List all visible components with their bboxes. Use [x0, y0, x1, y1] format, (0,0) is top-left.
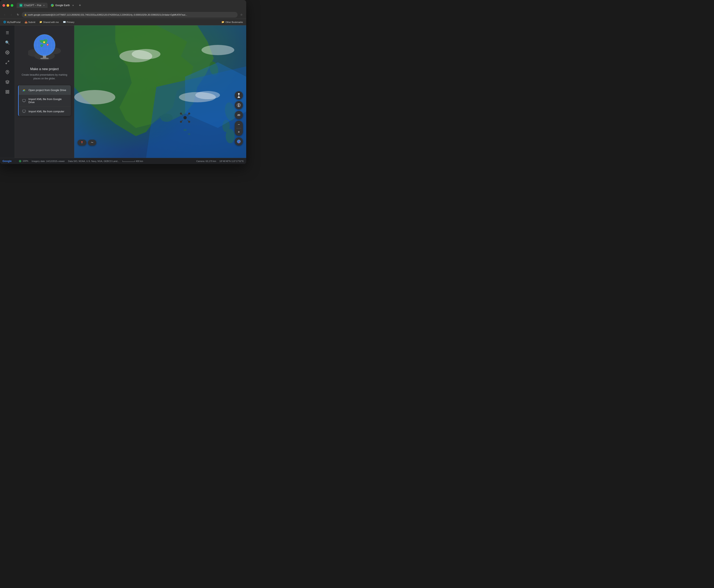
reload-button[interactable]: ↻ [15, 12, 21, 17]
svg-point-37 [160, 113, 173, 122]
svg-marker-58 [239, 104, 239, 105]
earth-favicon [51, 4, 54, 7]
other-label: Other Bookmarks [225, 21, 243, 23]
open-drive-label: Open project from Google Drive [28, 88, 66, 92]
project-title: Make a new project [30, 67, 59, 71]
drive-icon [22, 88, 26, 92]
sidebar: ☰ 🔍 [0, 25, 15, 158]
sidebar-voyager-icon[interactable] [3, 88, 12, 96]
tab-chatgpt[interactable]: ✦ ChatGPT – Poe ✕ [17, 3, 47, 8]
map-area[interactable]: 📍 〜 2D [74, 25, 246, 158]
address-box[interactable]: 🔒 earth.google.com/web/@19.14776657,113.… [22, 12, 238, 18]
svg-point-41 [132, 49, 160, 59]
svg-line-2 [6, 63, 7, 64]
location-button[interactable]: 📍 [78, 140, 86, 146]
svg-point-62 [239, 142, 240, 143]
svg-line-49 [181, 120, 183, 122]
svg-point-43 [195, 91, 220, 99]
svg-point-53 [180, 121, 182, 123]
chatgpt-favicon: ✦ [20, 4, 22, 7]
measure-button[interactable]: 〜 [88, 140, 96, 146]
sidebar-menu-icon[interactable]: ☰ [3, 29, 12, 37]
svg-marker-4 [5, 80, 9, 82]
scale-label: 400 km [136, 160, 143, 162]
chatgpt-tab-label: ChatGPT – Poe [24, 4, 41, 7]
import-kml-drive-item[interactable]: Import KML file from Google Drive [19, 95, 71, 107]
compass-button[interactable] [235, 101, 243, 109]
project-menu: Open project from Google Drive Import KM… [18, 85, 71, 116]
bookmark-button[interactable]: ☆ [239, 12, 244, 17]
shared-favicon: 📁 [39, 21, 42, 23]
other-favicon: 📂 [222, 21, 224, 23]
address-bar-row: ‹ › ↻ 🔒 earth.google.com/web/@19.1477665… [0, 10, 246, 19]
map-background [74, 25, 246, 158]
sidebar-places-icon[interactable] [3, 68, 12, 76]
project-subtitle: Create beautiful presentations by markin… [18, 73, 71, 80]
status-right: Camera: 63,170 km 18°46'48"N 113°17'02"E [196, 160, 244, 162]
bookmark-shared[interactable]: 📁 Shared with me [38, 20, 60, 24]
forward-button[interactable]: › [8, 12, 14, 17]
traffic-lights [2, 4, 13, 7]
location-icon: 📍 [80, 141, 83, 144]
svg-point-0 [7, 52, 8, 53]
new-tab-button[interactable]: + [77, 2, 83, 8]
title-bar: ✦ ChatGPT – Poe ✕ Google Earth ✕ + [0, 0, 246, 10]
open-drive-item[interactable]: Open project from Google Drive [19, 85, 71, 95]
svg-point-46 [183, 116, 187, 119]
svg-point-55 [238, 93, 240, 95]
svg-rect-13 [40, 58, 48, 59]
import-kml-drive-label: Import KML file from Google Drive [28, 98, 67, 104]
zoom-in-label: + [238, 130, 240, 134]
status-bar: Google · 100% Imagery date: 14/12/2015–n… [0, 158, 246, 164]
svg-point-45 [202, 45, 234, 55]
sidebar-layers-icon[interactable] [3, 78, 12, 86]
tabs-bar: ✦ ChatGPT – Poe ✕ Google Earth ✕ + [17, 2, 244, 8]
svg-point-24 [47, 44, 48, 45]
minimize-button[interactable] [6, 4, 9, 7]
earth-tab-close[interactable]: ✕ [72, 4, 74, 6]
svg-point-22 [44, 42, 44, 43]
camera-info: Camera: 63,170 km [196, 160, 216, 162]
bookmark-other[interactable]: 📂 Other Bookmarks [220, 20, 245, 24]
zoom-controls: − + [235, 121, 243, 136]
imagery-date: Imagery date: 14/12/2015–newer [32, 160, 65, 162]
sidebar-settings-icon[interactable] [3, 48, 12, 57]
bookmarks-bar: 🌐 MyStaffPortal 📤 Submit 📁 Shared with m… [0, 19, 246, 25]
svg-point-52 [188, 112, 190, 114]
pegman-button[interactable] [235, 91, 243, 100]
back-button[interactable]: ‹ [2, 12, 7, 17]
projects-panel: Make a new project Create beautiful pres… [15, 25, 74, 158]
bookmark-submit[interactable]: 📤 Submit [23, 20, 37, 24]
zoom-in-button[interactable]: + [235, 128, 243, 136]
bottom-controls: 📍 〜 [78, 140, 96, 146]
bookmark-primary[interactable]: ✉️ Primary [61, 20, 76, 24]
submit-favicon: 📤 [25, 21, 27, 23]
scale-line [122, 161, 135, 162]
sidebar-search-icon[interactable]: 🔍 [3, 39, 12, 47]
close-button[interactable] [2, 4, 5, 7]
maximize-button[interactable] [11, 4, 13, 7]
2d-mode-button[interactable]: 2D [235, 111, 243, 119]
globe-illustration [28, 30, 61, 63]
import-computer-icon [22, 109, 26, 113]
chatgpt-tab-close[interactable]: ✕ [43, 4, 45, 6]
svg-rect-7 [7, 92, 9, 93]
svg-line-50 [187, 120, 189, 122]
lock-icon: 🔒 [24, 14, 27, 16]
svg-point-51 [180, 112, 182, 114]
url-text: earth.google.com/web/@19.14776657,113.28… [28, 14, 187, 16]
import-kml-computer-item[interactable]: Import KML file from computer [19, 107, 71, 116]
zoom-out-button[interactable]: − [235, 121, 243, 128]
sidebar-fullscreen-icon[interactable] [3, 58, 12, 66]
tab-google-earth[interactable]: Google Earth ✕ [48, 3, 77, 8]
google-logo: Google [2, 160, 12, 163]
coordinates: 18°46'48"N 113°17'02"E [219, 160, 244, 162]
2d-label: 2D [238, 114, 240, 116]
svg-point-42 [179, 92, 216, 102]
bookmark-mystaffportal[interactable]: 🌐 MyStaffPortal [2, 20, 22, 24]
svg-rect-26 [22, 99, 25, 102]
svg-rect-29 [23, 110, 26, 112]
globe-view-button[interactable] [235, 138, 243, 146]
svg-line-47 [181, 113, 183, 115]
submit-label: Submit [28, 21, 35, 23]
